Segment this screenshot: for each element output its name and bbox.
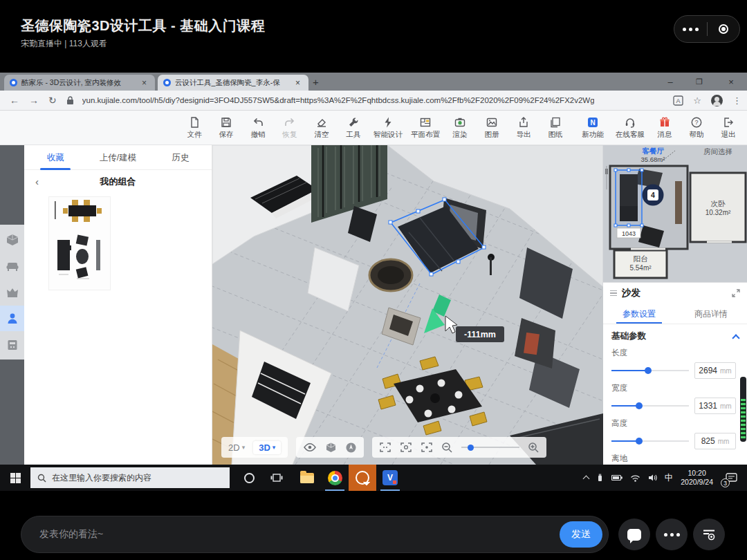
rail-item-furniture[interactable] <box>0 253 24 279</box>
back-chevron-icon[interactable]: ‹ <box>35 170 39 194</box>
comment-input[interactable]: 发表你的看法~ 发送 <box>21 516 609 553</box>
mode-2d-button[interactable]: 2D▾ <box>228 442 245 453</box>
bookmark-star-icon[interactable]: ☆ <box>693 95 701 106</box>
cortana-icon <box>244 473 255 483</box>
messages-button[interactable]: 消息 <box>649 113 681 142</box>
chat-toggle-button[interactable] <box>618 519 650 550</box>
section-basic-params[interactable]: 基础参数 <box>603 324 747 344</box>
rail-item-my[interactable] <box>0 306 24 331</box>
back-icon[interactable]: ← <box>10 95 19 106</box>
task-view-button[interactable] <box>263 465 290 491</box>
rail-item-appliance[interactable] <box>0 332 24 357</box>
more-menu-button[interactable] <box>674 28 707 31</box>
export-button[interactable]: 导出 <box>508 113 540 142</box>
new-tab-button[interactable]: + <box>313 76 319 88</box>
mode-3d-button[interactable]: 3D▾ <box>253 441 281 454</box>
action-center-button[interactable]: 3 <box>721 465 741 491</box>
browser-tab-1[interactable]: 酷家乐 - 3D云设计, 室内装修效 × <box>4 75 155 91</box>
zoom-in-icon[interactable] <box>528 442 540 454</box>
clear-button[interactable]: 清空 <box>306 113 338 142</box>
room-name-label: 客餐厅 <box>641 147 664 155</box>
width-slider[interactable] <box>611 405 689 407</box>
ime-indicator[interactable]: 中 <box>665 472 674 484</box>
album-button[interactable]: 图册 <box>476 113 508 142</box>
drag-handle-icon[interactable] <box>610 290 617 297</box>
tab-upload-model[interactable]: 上传/建模 <box>86 145 149 170</box>
rail-item-construction[interactable] <box>0 227 24 252</box>
fit-view-icon[interactable] <box>379 442 391 453</box>
floorplan-button[interactable]: 平面布置 <box>407 113 444 142</box>
meeting-app-button[interactable]: V <box>376 465 404 491</box>
tab-parameters[interactable]: 参数设置 <box>603 304 675 324</box>
usb-device-icon[interactable] <box>596 473 604 483</box>
center-selection-icon[interactable] <box>421 442 433 453</box>
new-badge-icon: N <box>587 116 599 129</box>
tray-expand-icon[interactable] <box>582 476 589 483</box>
combo-thumbnails[interactable] <box>48 196 111 290</box>
window-maximize-button[interactable]: ❐ <box>688 75 711 88</box>
reload-icon[interactable]: ↻ <box>48 95 57 106</box>
height-slider[interactable] <box>611 440 689 442</box>
floorplan-minimap[interactable]: 1043 4 客餐厅 35.68m² 房间选择 次卧 10.32m² 阳台 5.… <box>603 145 747 282</box>
design-canvas[interactable]: -111mm 2D▾ 3D▾ <box>212 145 603 465</box>
window-close-button[interactable]: × <box>719 75 743 88</box>
capsule-exit-button[interactable] <box>708 24 740 34</box>
smart-design-button[interactable]: 智能设计 <box>369 113 407 142</box>
expand-panel-icon[interactable] <box>732 289 740 297</box>
file-button[interactable]: 文件 <box>178 113 210 142</box>
taskbar-clock[interactable]: 10:20 2020/9/24 <box>681 469 713 487</box>
new-features-button[interactable]: N 新功能 <box>574 113 611 142</box>
ellipsis-icon <box>664 533 680 536</box>
send-button[interactable]: 发送 <box>560 521 602 548</box>
walkthrough-compass-icon[interactable] <box>345 442 357 454</box>
viewer-list-button[interactable] <box>693 519 725 550</box>
forward-icon[interactable]: → <box>29 95 39 106</box>
window-minimize-button[interactable]: – <box>658 75 682 88</box>
tab-close-icon[interactable]: × <box>142 79 147 87</box>
exit-button[interactable]: 退出 <box>712 113 744 142</box>
zoom-out-icon[interactable] <box>441 442 453 454</box>
redo-button[interactable]: 恢复 <box>274 113 306 142</box>
zoom-slider[interactable] <box>461 447 519 448</box>
cube-view-icon[interactable] <box>325 442 337 454</box>
zoom-tools <box>372 437 546 458</box>
browser-tabstrip: 酷家乐 - 3D云设计, 室内装修效 × 云设计工具_圣德保陶瓷_李永-保 × … <box>0 73 747 91</box>
tab-favorites[interactable]: 收藏 <box>24 145 86 170</box>
rail-item-decor[interactable] <box>0 279 24 305</box>
camera-badge[interactable]: 4 <box>643 185 664 206</box>
collapse-chevron-icon <box>732 334 739 342</box>
tab-close-icon[interactable]: × <box>295 79 300 87</box>
tools-button[interactable]: 工具 <box>338 113 369 142</box>
translate-icon[interactable]: A <box>673 95 683 106</box>
fit-settings-icon[interactable] <box>400 442 412 453</box>
visibility-eye-icon[interactable] <box>303 442 317 453</box>
help-button[interactable]: ? 帮助 <box>681 113 712 142</box>
browser-tab-2-active[interactable]: 云设计工具_圣德保陶瓷_李永-保 × <box>158 75 308 91</box>
url-text[interactable]: yun.kujiale.com/tool/h5/diy?designid=3FO… <box>82 96 594 104</box>
speaker-icon[interactable] <box>648 474 657 482</box>
taskbar-search-input[interactable]: 在这里输入你要搜索的内容 <box>30 467 230 488</box>
start-button[interactable] <box>0 465 30 491</box>
drawings-button[interactable]: 图纸 <box>540 113 571 142</box>
save-button[interactable]: 保存 <box>210 113 242 142</box>
render-button[interactable]: 渲染 <box>444 113 476 142</box>
svg-text:阳台: 阳台 <box>634 254 648 263</box>
battery-icon[interactable] <box>611 474 622 481</box>
browser-menu-icon[interactable]: ⋮ <box>732 95 741 106</box>
undo-button[interactable]: 撤销 <box>242 113 274 142</box>
profile-avatar[interactable] <box>711 95 723 106</box>
width-input[interactable]: 1331mm <box>694 398 736 414</box>
length-slider[interactable] <box>611 370 689 371</box>
height-input[interactable]: 825mm <box>694 433 736 449</box>
file-explorer-button[interactable] <box>293 465 321 491</box>
length-input[interactable]: 2694mm <box>694 362 736 379</box>
tab-product-details[interactable]: 商品详情 <box>675 304 747 324</box>
wifi-icon[interactable] <box>630 474 640 482</box>
chrome-button[interactable] <box>321 465 349 491</box>
svg-text:5.54m²: 5.54m² <box>629 264 652 272</box>
tab-history[interactable]: 历史 <box>149 145 212 170</box>
recorder-app-button[interactable] <box>349 465 376 491</box>
cortana-button[interactable] <box>235 465 263 491</box>
support-button[interactable]: 在线客服 <box>611 113 649 142</box>
more-options-button[interactable] <box>656 519 688 550</box>
